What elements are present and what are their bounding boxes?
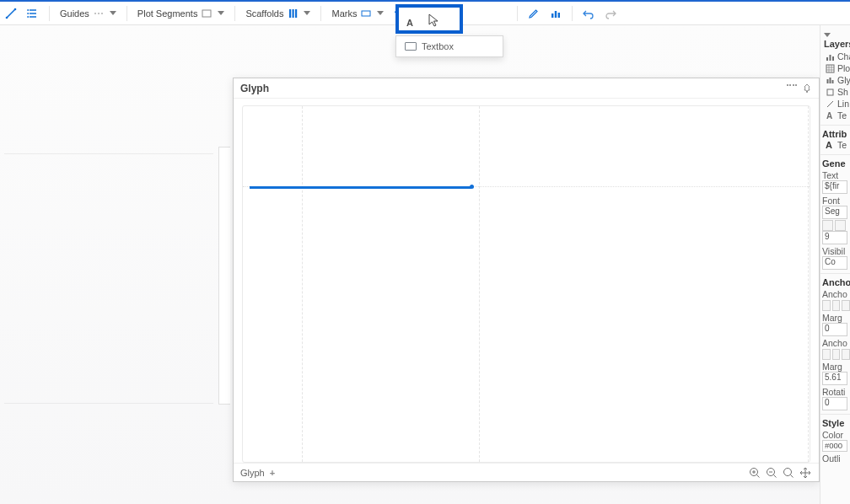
layer-item[interactable]: Chart	[820, 51, 850, 62]
layers-title: Layers	[824, 39, 850, 49]
svg-rect-23	[827, 89, 833, 95]
marks-dropdown[interactable]: Marks	[326, 4, 389, 23]
svg-rect-6	[289, 9, 291, 18]
chevron-down-icon	[218, 11, 224, 15]
glyph-editor-panel: Glyph Glyph +	[233, 78, 820, 482]
add-glyph-button[interactable]: +	[270, 468, 275, 478]
move-icon[interactable]	[799, 466, 812, 480]
anchor-title: Ancho	[820, 273, 850, 287]
chevron-down-icon	[110, 11, 116, 15]
svg-rect-12	[558, 13, 560, 18]
zoom-fit-icon[interactable]	[782, 466, 795, 480]
general-title: Gene	[820, 154, 850, 169]
chevron-down-icon[interactable]	[824, 33, 831, 37]
layer-item[interactable]: Glyph	[820, 74, 850, 86]
glyph-line-mark[interactable]	[250, 186, 471, 189]
margin-x-input[interactable]: 0	[822, 323, 847, 336]
glyph-vguide	[302, 106, 303, 462]
line-tool[interactable]	[0, 4, 22, 23]
scaffolds-label: Scaffolds	[245, 8, 283, 19]
svg-rect-7	[293, 9, 294, 18]
font-size-input[interactable]: 9	[822, 231, 847, 244]
anchor-y-button[interactable]	[842, 349, 850, 360]
anchor-x-button[interactable]	[832, 300, 841, 311]
text-attr-input[interactable]: ${fir	[822, 180, 847, 194]
faint-grid-line	[4, 153, 213, 154]
svg-rect-17	[830, 55, 831, 61]
layer-item[interactable]: Lin	[820, 98, 850, 110]
zoom-in-icon[interactable]	[748, 466, 761, 480]
plot-rect-icon	[201, 8, 212, 19]
textbox-icon	[405, 42, 417, 51]
glyph-panel-header[interactable]: Glyph	[234, 78, 819, 99]
svg-rect-20	[827, 79, 829, 83]
rotation-input[interactable]: 0	[822, 397, 847, 410]
svg-text:A: A	[826, 111, 832, 121]
text-tool-menu[interactable]: Textbox	[395, 35, 503, 57]
glyph-vguide	[479, 106, 480, 462]
glyph-canvas[interactable]	[234, 99, 819, 463]
svg-rect-8	[295, 9, 297, 18]
svg-rect-18	[832, 56, 834, 61]
scaffolds-dropdown[interactable]: Scaffolds	[240, 4, 315, 23]
svg-point-15	[784, 468, 792, 475]
visibility-input[interactable]: Co	[822, 256, 847, 270]
marks-label: Marks	[331, 8, 357, 19]
rotation-label: Rotati	[820, 387, 850, 397]
textbox-menu-label: Textbox	[422, 41, 454, 51]
anchor-x-label: Ancho	[820, 289, 850, 299]
guides-label: Guides	[60, 8, 89, 19]
list-tool[interactable]	[22, 4, 44, 23]
list-icon	[27, 8, 39, 19]
anchor-x-button[interactable]	[822, 300, 831, 311]
mark-rect-icon	[360, 8, 372, 19]
svg-point-4	[27, 16, 29, 18]
chevron-down-icon	[304, 11, 310, 15]
undo-button[interactable]	[578, 4, 600, 23]
chart-tool[interactable]	[545, 4, 567, 23]
layer-item[interactable]: Sh	[820, 86, 850, 98]
text-tool-highlight[interactable]: A	[395, 4, 463, 34]
glyph-icon	[826, 76, 835, 85]
guides-dropdown[interactable]: Guides	[55, 4, 121, 23]
svg-point-3	[27, 13, 29, 14]
undo-icon	[583, 8, 594, 19]
color-label: Color	[820, 430, 850, 440]
plot-segments-dropdown[interactable]: Plot Segments	[132, 4, 230, 23]
layer-item[interactable]: ATe	[820, 110, 850, 121]
right-panel: Layers Chart Plo Glyph Sh Lin ATe Attrib…	[820, 25, 850, 504]
plotsegment-icon	[826, 64, 835, 73]
font-attr-input[interactable]: Seg	[822, 206, 847, 219]
pencil-icon	[528, 8, 540, 19]
font-style-button[interactable]	[835, 220, 846, 231]
collapse-icon[interactable]	[787, 83, 797, 86]
layer-item[interactable]: Plo	[820, 62, 850, 74]
barchart-icon	[550, 8, 562, 19]
pencil-tool[interactable]	[523, 4, 545, 23]
font-style-button[interactable]	[822, 220, 833, 231]
glyph-footer-label: Glyph	[240, 468, 265, 478]
color-input[interactable]: #000	[822, 440, 847, 452]
faint-grid-line	[4, 403, 213, 404]
svg-rect-21	[830, 78, 831, 83]
visibility-label: Visibil	[820, 246, 850, 256]
svg-rect-5	[202, 10, 211, 17]
anchor-x-button[interactable]	[842, 300, 850, 311]
zoom-out-icon[interactable]	[765, 466, 778, 480]
margin-y-input[interactable]: 5.61	[822, 372, 847, 385]
plot-segments-label: Plot Segments	[137, 8, 198, 19]
link-icon	[826, 99, 835, 109]
anchor-y-button[interactable]	[832, 349, 841, 360]
anchor-y-button[interactable]	[822, 349, 831, 360]
redo-button[interactable]	[600, 4, 621, 23]
style-title: Style	[820, 414, 850, 428]
redo-icon	[605, 8, 616, 19]
pin-icon[interactable]	[802, 83, 812, 94]
svg-point-2	[27, 9, 29, 11]
selected-layer[interactable]: ATe	[820, 139, 850, 151]
svg-rect-9	[362, 11, 370, 16]
svg-rect-11	[555, 11, 557, 18]
margin-x-label: Marg	[820, 313, 850, 323]
glyph-line-handle[interactable]	[470, 185, 474, 189]
chart-icon	[826, 52, 835, 62]
